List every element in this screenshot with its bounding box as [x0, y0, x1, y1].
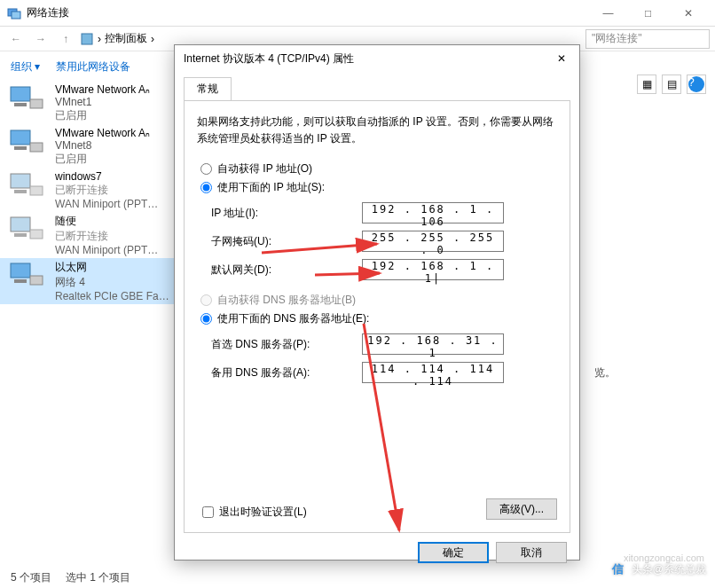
- svg-rect-9: [11, 174, 30, 188]
- svg-rect-1: [12, 12, 20, 19]
- radio-manual-dns[interactable]: 使用下面的 DNS 服务器地址(E):: [200, 311, 557, 326]
- window-titlebar: 网络连接 — □ ✕: [0, 0, 715, 27]
- dns2-row: 备用 DNS 服务器(A): 114 . 114 . 114 . 114: [211, 362, 557, 383]
- disable-device-button[interactable]: 禁用此网络设备: [56, 59, 130, 74]
- watermark-site: xitongzongcai.com: [624, 553, 704, 563]
- organize-menu[interactable]: 组织 ▾: [11, 59, 40, 74]
- svg-rect-4: [14, 103, 27, 106]
- breadcrumb-item[interactable]: 控制面板: [105, 31, 147, 46]
- selected-count: 选中 1 个项目: [66, 570, 130, 585]
- dns1-input[interactable]: 192 . 168 . 31 . 1: [362, 333, 504, 355]
- nic-icon: [5, 170, 48, 206]
- radio-input: [200, 294, 212, 306]
- advanced-button[interactable]: 高级(V)...: [486, 498, 557, 520]
- svg-rect-16: [14, 279, 27, 283]
- tab-strip: 常规: [175, 72, 579, 100]
- svg-rect-2: [82, 34, 92, 44]
- cancel-button[interactable]: 取消: [496, 542, 567, 563]
- dialog-title: Internet 协议版本 4 (TCP/IPv4) 属性: [184, 51, 553, 67]
- svg-rect-13: [14, 233, 27, 237]
- svg-rect-15: [11, 263, 30, 278]
- validate-checkbox[interactable]: [202, 506, 214, 518]
- network-adapter-list: VMware Network AₙVMnet1已启用 VMware Networ…: [0, 82, 177, 565]
- app-icon: [7, 6, 21, 20]
- radio-manual-ip[interactable]: 使用下面的 IP 地址(S):: [200, 180, 557, 195]
- radio-input[interactable]: [200, 163, 212, 175]
- radio-auto-dns: 自动获得 DNS 服务器地址(B): [200, 293, 557, 308]
- window-title: 网络连接: [27, 5, 588, 20]
- nic-icon: [5, 127, 48, 162]
- svg-rect-7: [14, 146, 27, 150]
- item-count: 5 个项目: [11, 570, 51, 585]
- gateway-input[interactable]: 192 . 168 . 1 . 1|: [362, 259, 504, 280]
- svg-rect-14: [30, 230, 43, 239]
- ipv4-properties-dialog: Internet 协议版本 4 (TCP/IPv4) 属性 ✕ 常规 如果网络支…: [174, 44, 580, 561]
- dns2-input[interactable]: 114 . 114 . 114 . 114: [362, 362, 504, 383]
- svg-rect-12: [11, 217, 30, 231]
- subnet-mask-row: 子网掩码(U): 255 . 255 . 255 . 0: [211, 231, 557, 252]
- dns1-row: 首选 DNS 服务器(P): 192 . 168 . 31 . 1: [211, 333, 557, 355]
- svg-rect-3: [11, 87, 30, 101]
- nic-icon: [5, 260, 48, 295]
- nic-item[interactable]: windows7已断开连接WAN Miniport (PPT…: [0, 169, 177, 212]
- nic-icon: [5, 214, 48, 249]
- chevron-icon: ›: [151, 33, 154, 45]
- ok-button[interactable]: 确定: [418, 542, 489, 563]
- svg-rect-6: [11, 130, 30, 145]
- breadcrumb[interactable]: › 控制面板 ›: [80, 31, 154, 46]
- minimize-button[interactable]: —: [588, 0, 628, 27]
- radio-input[interactable]: [200, 313, 212, 325]
- svg-rect-17: [30, 276, 43, 285]
- description-text: 如果网络支持此功能，则可以获取自动指派的 IP 设置。否则，你需要从网络系统管理…: [197, 114, 557, 147]
- dialog-close-button[interactable]: ✕: [553, 50, 570, 67]
- gateway-row: 默认网关(D): 192 . 168 . 1 . 1|: [211, 259, 557, 280]
- mask-label: 子网掩码(U):: [211, 234, 362, 249]
- subnet-mask-input[interactable]: 255 . 255 . 255 . 0: [362, 231, 504, 252]
- validate-checkbox-row[interactable]: 退出时验证设置(L): [202, 505, 307, 520]
- dns2-label: 备用 DNS 服务器(A):: [211, 365, 362, 380]
- svg-rect-11: [30, 186, 43, 195]
- tab-panel: 如果网络支持此功能，则可以获取自动指派的 IP 设置。否则，你需要从网络系统管理…: [184, 100, 570, 533]
- maximize-button[interactable]: □: [628, 0, 668, 27]
- dialog-buttons: 确定 取消: [175, 542, 579, 576]
- nic-icon: [5, 83, 48, 119]
- ip-address-row: IP 地址(I): 192 . 168 . 1 . 106: [211, 202, 557, 223]
- ip-address-input[interactable]: 192 . 168 . 1 . 106: [362, 202, 504, 223]
- dialog-titlebar: Internet 协议版本 4 (TCP/IPv4) 属性 ✕: [175, 45, 579, 72]
- nic-item[interactable]: 随便已断开连接WAN Miniport (PPT…: [0, 212, 177, 258]
- dns1-label: 首选 DNS 服务器(P):: [211, 337, 362, 352]
- svg-rect-8: [30, 143, 43, 152]
- tab-general[interactable]: 常规: [184, 77, 232, 100]
- radio-input[interactable]: [200, 182, 212, 193]
- gateway-label: 默认网关(D):: [211, 263, 362, 278]
- nav-back-button[interactable]: ←: [5, 28, 27, 50]
- nav-forward-button[interactable]: →: [30, 28, 51, 50]
- radio-auto-ip[interactable]: 自动获得 IP 地址(O): [200, 161, 557, 176]
- nav-up-button[interactable]: ↑: [55, 28, 76, 50]
- svg-rect-5: [30, 99, 43, 108]
- ip-label: IP 地址(I):: [211, 206, 362, 221]
- svg-rect-10: [14, 190, 27, 193]
- close-button[interactable]: ✕: [668, 0, 708, 27]
- nic-item-selected[interactable]: 以太网网络 4Realtek PCIe GBE Fa…: [0, 258, 177, 304]
- control-panel-icon: [80, 32, 94, 46]
- nic-item[interactable]: VMware Network AₙVMnet1已启用: [0, 82, 177, 125]
- chevron-icon: ›: [98, 33, 101, 45]
- search-input[interactable]: "网络连接": [585, 29, 710, 49]
- nic-item[interactable]: VMware Network AₙVMnet8已启用: [0, 125, 177, 169]
